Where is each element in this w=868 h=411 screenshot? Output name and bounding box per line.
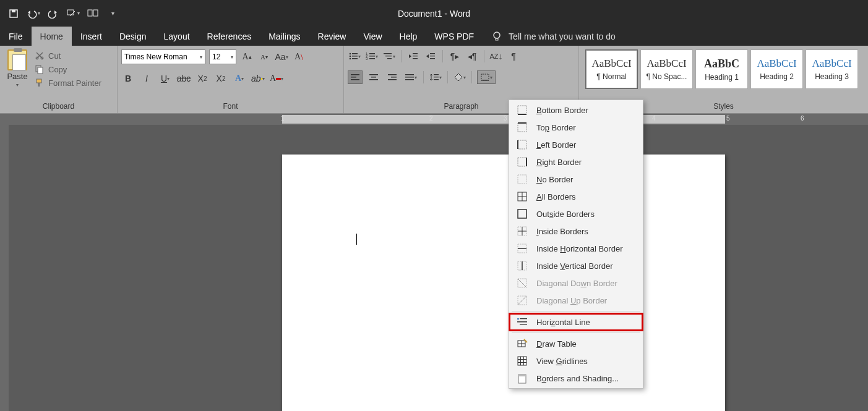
- borders-menu-border-left[interactable]: Left Border: [509, 136, 643, 153]
- border-bottom-icon: [517, 104, 528, 116]
- ribbon: Paste ▾ Cut Copy Format Painter Clipboar…: [0, 46, 868, 114]
- sort-button[interactable]: AZ↓: [489, 49, 503, 63]
- svg-rect-63: [518, 210, 526, 218]
- borders-menu-draw-table[interactable]: Draw Table: [509, 335, 643, 352]
- tab-layout[interactable]: Layout: [155, 27, 199, 46]
- rtl-button[interactable]: ◂¶: [465, 49, 479, 63]
- save-button[interactable]: [5, 5, 22, 22]
- svg-rect-22: [369, 56, 375, 57]
- svg-rect-53: [518, 123, 526, 132]
- svg-rect-50: [481, 80, 489, 81]
- redo-button[interactable]: [45, 5, 62, 22]
- quick-access-toolbar: ▾ ▾ ▾: [5, 5, 121, 22]
- clear-formatting-button[interactable]: A⧹: [292, 50, 306, 64]
- font-color-button[interactable]: A▾: [270, 72, 283, 85]
- menu-label: View Gridlines: [536, 357, 588, 366]
- superscript-button[interactable]: X2: [214, 72, 228, 85]
- line-spacing-button[interactable]: ▾: [429, 70, 442, 84]
- style-heading-2[interactable]: AaBbCcIHeading 2: [750, 49, 803, 89]
- align-left-button[interactable]: [348, 70, 363, 84]
- numbering-button[interactable]: 123▾: [365, 49, 379, 63]
- grow-font-button[interactable]: A▴: [240, 50, 254, 64]
- underline-button[interactable]: U▾: [158, 72, 172, 85]
- borders-menu-gridlines[interactable]: View Gridlines: [509, 352, 643, 370]
- highlight-button[interactable]: ab▾: [251, 72, 265, 85]
- svg-rect-36: [351, 79, 359, 80]
- border-inside-icon: [517, 226, 528, 237]
- borders-menu-border-outside[interactable]: Outside Borders: [509, 205, 643, 222]
- strikethrough-button[interactable]: abc: [177, 72, 191, 85]
- tab-review[interactable]: Review: [309, 27, 355, 46]
- svg-rect-41: [391, 77, 397, 78]
- borders-menu-border-top[interactable]: Top Border: [509, 119, 643, 136]
- multilevel-list-button[interactable]: ▾: [382, 49, 396, 63]
- tab-references[interactable]: References: [199, 27, 260, 46]
- menu-label: Inside Vertical Border: [536, 261, 613, 271]
- decrease-indent-button[interactable]: [406, 49, 420, 63]
- borders-menu-border-right[interactable]: Right Border: [509, 153, 643, 171]
- show-marks-button[interactable]: ¶: [507, 49, 520, 63]
- font-name-select[interactable]: Times New Roman▾: [121, 49, 205, 64]
- copy-button[interactable]: Copy: [35, 64, 101, 74]
- borders-menu-border-inside-v[interactable]: Inside Vertical Border: [509, 257, 643, 274]
- paste-button[interactable]: Paste ▾: [4, 48, 31, 101]
- align-right-button[interactable]: [385, 70, 400, 84]
- svg-rect-45: [405, 79, 414, 80]
- bullets-button[interactable]: ▾: [348, 49, 361, 63]
- group-font: Times New Roman▾ 12▾ A▴ A▾ Aa▾ A⧹ B I U▾…: [118, 46, 344, 113]
- borders-dropdown: Bottom BorderTop BorderLeft BorderRight …: [509, 100, 643, 389]
- tab-view[interactable]: View: [355, 27, 390, 46]
- qat-customize-button[interactable]: ▾: [104, 5, 121, 22]
- title-bar: ▾ ▾ ▾ Document1 - Word: [0, 0, 868, 27]
- style-no-spacing[interactable]: AaBbCcI¶ No Spac...: [640, 49, 693, 89]
- tab-design[interactable]: Design: [111, 27, 155, 46]
- font-size-select[interactable]: 12▾: [209, 49, 236, 64]
- qat-button-2[interactable]: [84, 5, 101, 22]
- borders-menu-border-none[interactable]: No Border: [509, 171, 643, 188]
- align-center-button[interactable]: [366, 70, 381, 84]
- borders-menu-border-inside-h[interactable]: Inside Horizontal Border: [509, 240, 643, 257]
- shading-button[interactable]: ▾: [453, 70, 466, 84]
- undo-button[interactable]: ▾: [25, 5, 42, 22]
- change-case-button[interactable]: Aa▾: [275, 50, 288, 64]
- borders-button[interactable]: ▾: [477, 70, 496, 84]
- tab-insert[interactable]: Insert: [72, 27, 111, 46]
- subscript-button[interactable]: X2: [196, 72, 209, 85]
- style-heading-1[interactable]: AaBbCHeading 1: [695, 49, 748, 89]
- borders-menu-border-bottom[interactable]: Bottom Border: [509, 101, 643, 119]
- tab-wps-pdf[interactable]: WPS PDF: [426, 27, 483, 46]
- page[interactable]: [282, 155, 725, 411]
- document-canvas[interactable]: [9, 125, 868, 411]
- svg-rect-24: [369, 58, 375, 59]
- italic-button[interactable]: I: [140, 72, 153, 85]
- align-justify-button[interactable]: ▾: [403, 70, 418, 84]
- style-normal[interactable]: AaBbCcI¶ Normal: [585, 49, 638, 89]
- tell-me-search[interactable]: Tell me what you want to do: [491, 27, 616, 46]
- shrink-font-button[interactable]: A▾: [257, 50, 271, 64]
- style-heading-3[interactable]: AaBbCcIHeading 3: [806, 49, 858, 89]
- bold-button[interactable]: B: [121, 72, 135, 85]
- increase-indent-button[interactable]: [424, 49, 437, 63]
- borders-menu-hline[interactable]: Horizontal Line: [509, 313, 643, 331]
- cut-button[interactable]: Cut: [35, 51, 101, 61]
- format-painter-button[interactable]: Format Painter: [35, 78, 101, 88]
- vertical-ruler[interactable]: [0, 125, 9, 411]
- border-left-icon: [517, 139, 528, 150]
- svg-rect-31: [430, 53, 435, 54]
- tab-help[interactable]: Help: [391, 27, 426, 46]
- text-effects-button[interactable]: A▾: [233, 72, 246, 85]
- tab-mailings[interactable]: Mailings: [260, 27, 309, 46]
- tab-home[interactable]: Home: [32, 27, 72, 46]
- borders-menu-border-inside[interactable]: Inside Borders: [509, 222, 643, 240]
- tab-file[interactable]: File: [0, 27, 32, 46]
- borders-menu-border-all[interactable]: All Borders: [509, 188, 643, 205]
- ltr-button[interactable]: ¶▸: [448, 49, 462, 63]
- horizontal-ruler[interactable]: 1 2 3 4 5 6: [0, 114, 868, 125]
- border-top-icon: [517, 122, 528, 133]
- svg-point-15: [350, 56, 351, 57]
- svg-rect-48: [434, 79, 439, 80]
- svg-rect-34: [351, 74, 359, 75]
- borders-menu-borders-shading[interactable]: Borders and Shading...: [509, 370, 643, 387]
- border-outside-icon: [517, 208, 528, 219]
- qat-button-1[interactable]: ▾: [64, 5, 82, 22]
